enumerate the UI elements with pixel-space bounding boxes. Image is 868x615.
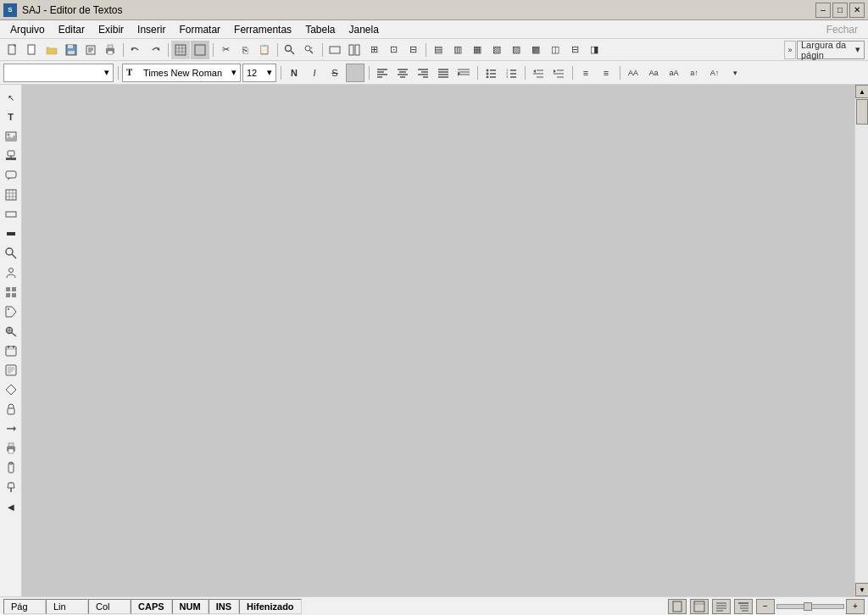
view-btn8[interactable]: ⊟	[565, 41, 584, 59]
numbered-list-button[interactable]: 1.2.3.	[502, 64, 520, 82]
menu-arquivo[interactable]: Arquivo	[3, 20, 52, 38]
export-button[interactable]	[81, 41, 100, 59]
align-justify-button[interactable]	[434, 64, 453, 82]
zoom-out-button[interactable]: −	[756, 599, 775, 614]
maximize-button[interactable]: □	[832, 3, 848, 18]
case5-button[interactable]: A↑	[705, 64, 724, 82]
align-center-button[interactable]	[393, 64, 412, 82]
align-left-button[interactable]	[373, 64, 392, 82]
zoom-slider[interactable]	[776, 604, 844, 609]
view-btn1[interactable]: ▤	[429, 41, 448, 59]
layout-button2[interactable]: ⊞	[364, 41, 383, 59]
bullet-list-button[interactable]	[481, 64, 500, 82]
view-btn7[interactable]: ◫	[546, 41, 565, 59]
menu-ferramentas[interactable]: Ferramentas	[227, 20, 298, 38]
scroll-thumb[interactable]	[856, 99, 868, 125]
new-document-button[interactable]	[3, 41, 22, 59]
bold-button[interactable]: N	[285, 64, 303, 82]
replace-button[interactable]: +	[300, 41, 319, 59]
close-button[interactable]: ✕	[849, 3, 865, 18]
zoom-in-button[interactable]: +	[846, 599, 865, 614]
find-tool[interactable]	[2, 244, 20, 263]
indent-level-button[interactable]	[454, 64, 473, 82]
zoom-dropdown[interactable]: Largura da págin ▾	[797, 41, 865, 59]
case-expand[interactable]: ▾	[726, 64, 744, 82]
increase-indent-button[interactable]	[549, 64, 568, 82]
table-tool[interactable]	[2, 186, 20, 204]
toolbar-expand-button[interactable]: »	[784, 41, 796, 59]
font-color-picker[interactable]	[346, 64, 364, 82]
calendar-tool[interactable]	[2, 341, 20, 360]
collapse-arrow[interactable]: ◀	[2, 497, 20, 516]
outline-view-button[interactable]	[734, 599, 753, 614]
grid-tool[interactable]	[2, 283, 20, 302]
menu-exibir[interactable]: Exibir	[92, 20, 131, 38]
scroll-down-button[interactable]: ▼	[855, 583, 868, 596]
document-area[interactable]	[22, 85, 854, 596]
line-spacing-button[interactable]: ≡	[576, 64, 595, 82]
case3-button[interactable]: aA	[665, 64, 683, 82]
menu-inserir[interactable]: Inserir	[131, 20, 172, 38]
decrease-indent-button[interactable]	[529, 64, 548, 82]
diamond-tool[interactable]	[2, 380, 20, 399]
strikethrough-button[interactable]: S	[326, 64, 344, 82]
normal-view-button[interactable]	[712, 599, 731, 614]
scroll-up-button[interactable]: ▲	[855, 85, 868, 98]
redo-button[interactable]	[146, 41, 164, 59]
view-btn9[interactable]: ◨	[585, 41, 604, 59]
minimize-button[interactable]: –	[815, 3, 831, 18]
arrow-tool[interactable]	[2, 419, 20, 438]
pin-tool[interactable]	[2, 478, 20, 496]
table2-button[interactable]	[191, 41, 209, 59]
lock-tool[interactable]	[2, 400, 20, 418]
view-btn2[interactable]: ▥	[448, 41, 467, 59]
block-tool[interactable]	[2, 205, 20, 224]
scroll-track[interactable]	[855, 98, 868, 583]
lowercase-button[interactable]: Aa	[644, 64, 663, 82]
menu-tabela[interactable]: Tabela	[298, 20, 342, 38]
paste-button[interactable]: 📋	[255, 41, 274, 59]
align-right-button[interactable]	[414, 64, 432, 82]
menu-editar[interactable]: Editar	[52, 20, 92, 38]
text-insert-tool[interactable]: T	[2, 108, 20, 126]
menu-formatar[interactable]: Formatar	[172, 20, 227, 38]
print-button[interactable]	[101, 41, 120, 59]
undo-button[interactable]	[126, 41, 145, 59]
note-tool[interactable]	[2, 361, 20, 380]
vertical-scrollbar[interactable]: ▲ ▼	[854, 85, 868, 596]
search-tool[interactable]	[2, 322, 20, 341]
zoom-slider-thumb[interactable]	[804, 602, 812, 611]
layout-button3[interactable]: ⊡	[384, 41, 403, 59]
view-btn6[interactable]: ▩	[526, 41, 545, 59]
layout-button1[interactable]	[345, 41, 364, 59]
menu-janela[interactable]: Janela	[342, 20, 386, 38]
person-tool[interactable]	[2, 263, 20, 282]
view-btn3[interactable]: ▦	[468, 41, 487, 59]
uppercase-button[interactable]: AA	[624, 64, 643, 82]
fit-width-button[interactable]	[326, 41, 344, 59]
cursor-tool[interactable]: ↖	[2, 88, 20, 107]
layout-button4[interactable]: ⊟	[403, 41, 422, 59]
printer-tool[interactable]	[2, 439, 20, 457]
image-tool[interactable]	[2, 127, 20, 146]
save-button[interactable]	[62, 41, 81, 59]
size-dropdown[interactable]: 12 ▾	[242, 64, 276, 82]
comment-tool[interactable]	[2, 166, 20, 185]
view-btn5[interactable]: ▨	[507, 41, 526, 59]
table-insert-button[interactable]	[171, 41, 190, 59]
case4-button[interactable]: a↑	[685, 64, 704, 82]
copy-button[interactable]: ⎘	[236, 41, 254, 59]
new-file-button[interactable]	[23, 41, 42, 59]
font-dropdown[interactable]: 𝐓 Times New Roman ▾	[122, 64, 241, 82]
italic-button[interactable]: I	[305, 64, 324, 82]
clip-tool[interactable]	[2, 458, 20, 477]
web-view-button[interactable]	[690, 599, 709, 614]
find-button[interactable]	[281, 41, 299, 59]
stamp-tool[interactable]	[2, 147, 20, 165]
black-block-tool[interactable]	[2, 224, 20, 243]
tag-tool[interactable]	[2, 302, 20, 321]
view-btn4[interactable]: ▧	[487, 41, 506, 59]
style-dropdown[interactable]: ▾	[3, 64, 114, 82]
open-button[interactable]	[42, 41, 61, 59]
paragraph-spacing-button[interactable]: ≡	[597, 64, 615, 82]
